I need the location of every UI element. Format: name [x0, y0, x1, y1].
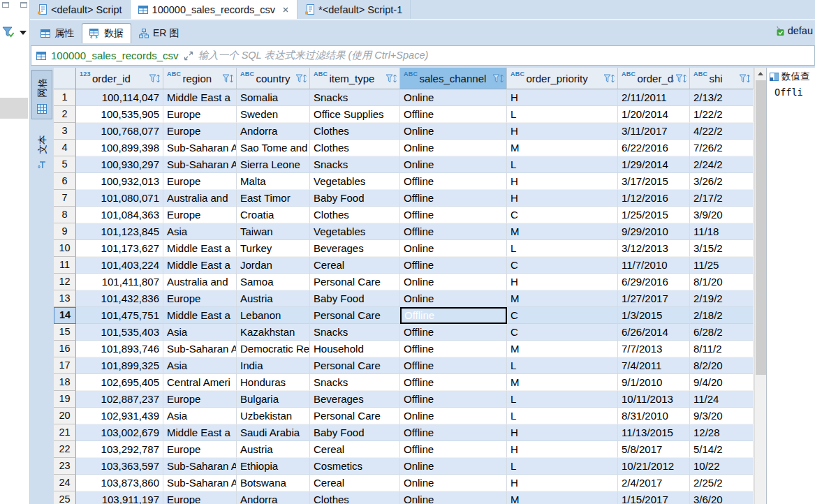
cell-order-priority[interactable]: C: [507, 324, 618, 341]
cell-shi[interactable]: 12/28: [690, 424, 754, 441]
cell-country[interactable]: Democratic Re: [237, 341, 310, 357]
cell-country[interactable]: Samoa: [237, 274, 310, 290]
cell-region[interactable]: Europe: [163, 290, 237, 307]
maximize-panel-icon[interactable]: [20, 2, 27, 8]
row-number[interactable]: 16: [54, 341, 76, 357]
row-number[interactable]: 15: [54, 324, 76, 341]
cell-order-id[interactable]: 102,931,439: [76, 408, 163, 424]
cell-region[interactable]: Europe: [163, 123, 237, 140]
cell-order-id[interactable]: 100,930,297: [76, 156, 163, 173]
row-number[interactable]: 20: [54, 408, 76, 424]
cell-order-id[interactable]: 101,123,845: [76, 223, 163, 240]
cell-country[interactable]: Kazakhstan: [237, 324, 310, 341]
cell-order-id[interactable]: 101,411,807: [76, 274, 163, 290]
cell-item-type[interactable]: Personal Care: [310, 408, 400, 424]
cell-country[interactable]: Andorra: [237, 123, 310, 140]
cell-region[interactable]: Middle East a: [163, 424, 237, 441]
scrollbar-thumb[interactable]: [756, 80, 766, 375]
grid-corner-cell[interactable]: [54, 68, 76, 89]
cell-order-date[interactable]: 1/12/2016: [618, 190, 690, 207]
cell-sales-channel[interactable]: Offline: [400, 207, 507, 223]
cell-item-type[interactable]: Office Supplies: [310, 106, 400, 123]
cell-order-priority[interactable]: M: [507, 374, 618, 391]
cell-sales-channel[interactable]: Online: [400, 408, 507, 424]
cell-region[interactable]: Australia and: [163, 190, 237, 207]
cell-order-priority[interactable]: C: [507, 257, 618, 274]
cell-country[interactable]: Andorra: [237, 491, 310, 504]
cell-sales-channel[interactable]: Offline: [400, 307, 507, 324]
column-header-shi[interactable]: ABCshi: [690, 68, 754, 89]
cell-order-id[interactable]: 103,292,787: [76, 441, 163, 458]
cell-order-id[interactable]: 101,084,363: [76, 207, 163, 223]
value-panel-content[interactable]: Offli: [767, 85, 815, 98]
column-header-sales-channel[interactable]: ABCsales_channel: [400, 68, 507, 89]
cell-country[interactable]: Somalia: [237, 89, 310, 106]
column-header-country[interactable]: ABCcountry: [237, 68, 310, 89]
cell-order-priority[interactable]: C: [507, 207, 618, 223]
cell-item-type[interactable]: Beverages: [310, 391, 400, 408]
row-number[interactable]: 18: [54, 374, 76, 391]
cell-sales-channel[interactable]: Offline: [400, 341, 507, 357]
cell-shi[interactable]: 11/18: [690, 223, 754, 240]
cell-item-type[interactable]: Cereal: [310, 441, 400, 458]
cell-country[interactable]: Croatia: [237, 207, 310, 223]
cell-shi[interactable]: 2/17/2: [690, 190, 754, 207]
cell-order-priority[interactable]: H: [507, 274, 618, 290]
filters-dropdown-icon[interactable]: [20, 31, 27, 35]
row-number[interactable]: 13: [54, 290, 76, 307]
cell-order-date[interactable]: 9/29/2010: [618, 223, 690, 240]
scroll-up-arrow-icon[interactable]: [755, 68, 766, 80]
tab-default-script-1[interactable]: *<default> Script-1: [298, 0, 411, 19]
cell-sales-channel[interactable]: Offline: [400, 257, 507, 274]
filters-button[interactable]: [1, 25, 15, 39]
cell-order-date[interactable]: 1/15/2017: [618, 491, 690, 504]
cell-order-priority[interactable]: M: [507, 491, 618, 504]
cell-item-type[interactable]: Clothes: [310, 123, 400, 140]
cell-item-type[interactable]: Snacks: [310, 324, 400, 341]
cell-shi[interactable]: 1/22/2: [690, 106, 754, 123]
cell-sales-channel[interactable]: Online: [400, 491, 507, 504]
cell-order-date[interactable]: 11/13/2015: [618, 424, 690, 441]
filter-sort-icon[interactable]: [149, 74, 161, 83]
cell-item-type[interactable]: Cosmetics: [310, 458, 400, 475]
cell-sales-channel[interactable]: Online: [400, 89, 507, 106]
cell-order-priority[interactable]: H: [507, 89, 618, 106]
tab-sales-records-csv[interactable]: 100000_sales_records_csv: [131, 0, 298, 19]
cell-item-type[interactable]: Vegetables: [310, 223, 400, 240]
tab-default-script[interactable]: <default> Script: [30, 0, 131, 19]
cell-country[interactable]: Austria: [237, 290, 310, 307]
cell-shi[interactable]: 8/11/2: [690, 341, 754, 357]
cell-region[interactable]: Sub-Saharan A: [163, 156, 237, 173]
cell-order-date[interactable]: 1/27/2017: [618, 290, 690, 307]
cell-order-priority[interactable]: H: [507, 123, 618, 140]
cell-shi[interactable]: 3/15/2: [690, 240, 754, 257]
cell-sales-channel[interactable]: Offline: [400, 391, 507, 408]
column-header-order-id[interactable]: 123order_id: [76, 68, 163, 89]
cell-country[interactable]: Sweden: [237, 106, 310, 123]
cell-region[interactable]: Middle East a: [163, 307, 237, 324]
row-number[interactable]: 14: [54, 307, 76, 324]
cell-country[interactable]: Ethiopia: [237, 458, 310, 475]
row-number[interactable]: 10: [54, 240, 76, 257]
cell-sales-channel[interactable]: Offline: [400, 424, 507, 441]
cell-order-date[interactable]: 7/7/2013: [618, 341, 690, 357]
cell-order-id[interactable]: 101,535,403: [76, 324, 163, 341]
cell-country[interactable]: East Timor: [237, 190, 310, 207]
cell-sales-channel[interactable]: Offline: [400, 190, 507, 207]
cell-country[interactable]: Austria: [237, 441, 310, 458]
cell-item-type[interactable]: Snacks: [310, 374, 400, 391]
table-name[interactable]: 100000_sales_records_csv: [51, 50, 179, 61]
cell-region[interactable]: Asia: [163, 223, 237, 240]
cell-order-id[interactable]: 101,899,325: [76, 357, 163, 374]
cell-order-priority[interactable]: M: [507, 140, 618, 156]
cell-order-date[interactable]: 3/11/2017: [618, 123, 690, 140]
cell-item-type[interactable]: Household: [310, 341, 400, 357]
cell-order-priority[interactable]: L: [507, 458, 618, 475]
active-connection[interactable]: defau: [774, 25, 813, 36]
cell-order-priority[interactable]: L: [507, 240, 618, 257]
cell-order-priority[interactable]: L: [507, 357, 618, 374]
cell-shi[interactable]: 5/14/2: [690, 441, 754, 458]
cell-sales-channel[interactable]: Offline: [400, 441, 507, 458]
cell-region[interactable]: Australia and: [163, 274, 237, 290]
cell-shi[interactable]: 3/9/20: [690, 207, 754, 223]
